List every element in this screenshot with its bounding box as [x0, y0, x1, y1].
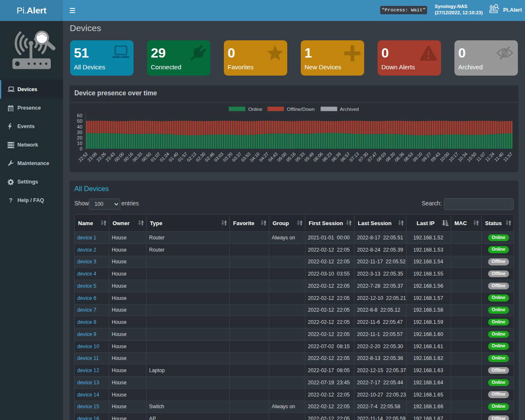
svg-text:08:03: 08:03: [375, 151, 387, 163]
svg-text:10: 10: [77, 141, 82, 146]
svg-text:Online: Online: [248, 106, 262, 112]
svg-text:03:20: 03:20: [222, 151, 233, 163]
svg-text:23:26: 23:26: [95, 151, 107, 163]
svg-text:04:27: 04:27: [258, 151, 269, 163]
svg-text:23:43: 23:43: [105, 151, 116, 163]
svg-text:00:50: 00:50: [141, 151, 152, 163]
svg-text:02:46: 02:46: [204, 151, 215, 163]
svg-text:50: 50: [77, 118, 82, 123]
svg-text:0: 0: [80, 146, 82, 151]
svg-text:10:34: 10:34: [457, 151, 468, 163]
svg-text:09:43: 09:43: [430, 151, 441, 163]
svg-text:20: 20: [77, 135, 82, 140]
svg-text:00:00: 00:00: [113, 151, 125, 163]
svg-text:07:13: 07:13: [348, 151, 360, 163]
svg-text:11:57: 11:57: [502, 151, 514, 163]
svg-text:10:17: 10:17: [448, 151, 459, 163]
svg-text:08:53: 08:53: [403, 151, 414, 163]
svg-text:06:39: 06:39: [330, 151, 341, 163]
svg-text:03:53: 03:53: [240, 151, 251, 163]
svg-text:60: 60: [77, 113, 82, 118]
svg-text:00:33: 00:33: [131, 151, 143, 163]
svg-text:30: 30: [77, 130, 82, 135]
svg-text:02:30: 02:30: [195, 151, 206, 163]
svg-text:11:07: 11:07: [475, 151, 486, 163]
svg-text:01:07: 01:07: [150, 151, 161, 163]
svg-text:22:52: 22:52: [77, 151, 89, 163]
svg-text:06:23: 06:23: [321, 151, 333, 163]
svg-text:02:13: 02:13: [186, 151, 197, 163]
svg-text:40: 40: [77, 124, 82, 129]
svg-text:23:09: 23:09: [87, 151, 98, 163]
svg-text:05:33: 05:33: [294, 151, 305, 163]
svg-text:Offline/Down: Offline/Down: [287, 106, 315, 112]
svg-text:10:50: 10:50: [466, 151, 477, 163]
svg-text:09:10: 09:10: [412, 151, 423, 163]
svg-text:06:57: 06:57: [339, 151, 351, 163]
svg-text:03:03: 03:03: [213, 151, 224, 163]
svg-text:07:47: 07:47: [366, 151, 378, 163]
svg-text:03:37: 03:37: [231, 151, 242, 163]
svg-text:09:27: 09:27: [421, 151, 432, 163]
svg-text:05:16: 05:16: [285, 151, 297, 163]
svg-text:01:57: 01:57: [177, 151, 188, 163]
svg-text:04:43: 04:43: [267, 151, 278, 163]
svg-text:11:24: 11:24: [484, 151, 496, 163]
svg-text:10:00: 10:00: [439, 151, 450, 163]
svg-text:07:30: 07:30: [357, 151, 369, 163]
svg-text:00:16: 00:16: [123, 151, 134, 163]
svg-text:01:24: 01:24: [159, 151, 170, 163]
svg-text:Archived: Archived: [340, 106, 359, 112]
svg-text:05:49: 05:49: [303, 151, 315, 163]
svg-text:04:10: 04:10: [249, 151, 260, 163]
svg-text:01:40: 01:40: [168, 151, 179, 163]
svg-text:08:20: 08:20: [385, 151, 396, 163]
svg-text:11:40: 11:40: [493, 151, 504, 163]
svg-text:05:00: 05:00: [276, 151, 287, 163]
svg-text:08:36: 08:36: [394, 151, 405, 163]
svg-text:06:06: 06:06: [312, 151, 323, 163]
